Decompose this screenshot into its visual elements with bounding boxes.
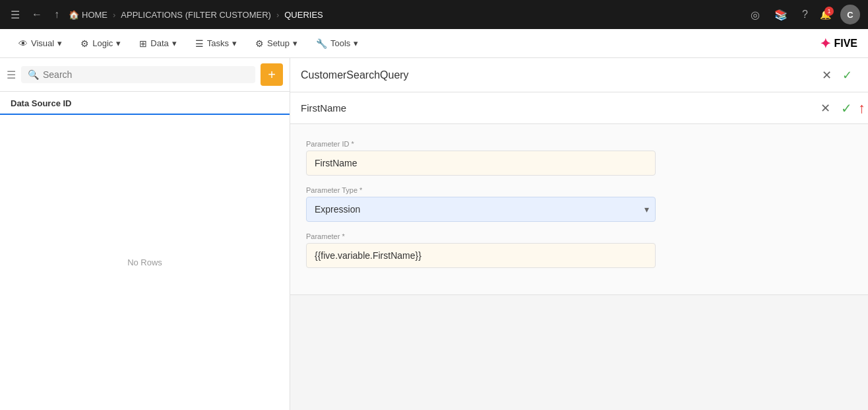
five-logo-icon: ✦ (820, 36, 831, 51)
breadcrumb-home[interactable]: 🏠 HOME (69, 10, 108, 20)
no-rows-message: No Rows (0, 115, 290, 410)
menu-tools-label: Tools (330, 38, 350, 48)
data-chevron-icon: ▾ (172, 38, 177, 48)
back-icon[interactable]: ← (29, 6, 45, 23)
sub-panel-header: FirstName ✕ ✓ ↑ (290, 92, 868, 124)
tools-icon: 🔧 (316, 38, 327, 49)
menu-tasks[interactable]: ☰ Tasks ▾ (187, 34, 245, 53)
visual-chevron-icon: ▾ (57, 38, 62, 48)
search-icon: 🔍 (28, 69, 39, 80)
notification-badge: 1 (824, 7, 834, 16)
parameter-id-input[interactable] (306, 151, 656, 176)
up-icon[interactable]: ↑ (51, 6, 62, 23)
visual-icon: 👁 (18, 38, 28, 49)
panel-confirm-button[interactable]: ✓ (837, 65, 857, 85)
sidebar-header: Data Source ID (0, 92, 290, 115)
sub-panel: FirstName ✕ ✓ ↑ Parameter ID * (290, 92, 868, 295)
breadcrumb-app-label[interactable]: APPLICATIONS (FILTER CUSTOMER) (121, 10, 271, 20)
parameter-label: Parameter * (306, 232, 852, 240)
parameter-input[interactable] (306, 243, 656, 268)
avatar[interactable]: C (840, 5, 860, 24)
parameter-label-text: Parameter * (306, 232, 345, 240)
tasks-icon: ☰ (195, 38, 204, 49)
logic-chevron-icon: ▾ (116, 38, 121, 48)
five-logo-text: FIVE (834, 38, 857, 50)
tasks-chevron-icon: ▾ (232, 38, 237, 48)
menu-data[interactable]: ⊞ Data ▾ (131, 34, 184, 53)
setup-chevron-icon: ▾ (293, 38, 297, 48)
parameter-field: Parameter * (306, 232, 852, 268)
activity-icon[interactable]: ◎ (748, 6, 762, 24)
breadcrumb-sep-2: › (276, 10, 279, 20)
panel-header: CustomerSearchQuery ✕ ✓ (290, 58, 868, 92)
menu-tools[interactable]: 🔧 Tools ▾ (308, 34, 366, 53)
parameter-type-select-wrap: Expression Literal Variable ▾ (306, 197, 656, 222)
search-input-wrap: 🔍 (21, 66, 255, 83)
filter-icon: ☰ (7, 69, 16, 81)
breadcrumb-queries-label: QUERIES (284, 10, 323, 20)
panel-close-button[interactable]: ✕ (817, 65, 837, 85)
books-icon[interactable]: 📚 (772, 6, 790, 24)
menu-visual[interactable]: 👁 Visual ▾ (11, 34, 70, 53)
sub-panel-close-button[interactable]: ✕ (815, 98, 836, 118)
search-bar: ☰ 🔍 + (0, 58, 290, 92)
home-icon: 🏠 (69, 10, 79, 20)
add-button[interactable]: + (261, 63, 283, 86)
search-input[interactable] (43, 69, 249, 80)
sidebar-header-label: Data Source ID (11, 98, 71, 108)
logic-icon: ⚙ (80, 38, 89, 49)
parameter-id-label: Parameter ID * (306, 140, 852, 148)
tools-chevron-icon: ▾ (354, 38, 358, 48)
sidebar: ☰ 🔍 + Data Source ID No Rows (0, 58, 290, 410)
sub-panel-title: FirstName (301, 102, 815, 114)
panel-title: CustomerSearchQuery (301, 69, 817, 81)
menu-tasks-label: Tasks (207, 38, 229, 48)
parameter-id-label-text: Parameter ID * (306, 140, 354, 148)
parameter-id-field: Parameter ID * (306, 140, 852, 176)
menu-setup-label: Setup (267, 38, 290, 48)
menu-logic[interactable]: ⚙ Logic ▾ (73, 34, 129, 53)
menu-logic-label: Logic (92, 38, 113, 48)
parameter-type-label-text: Parameter Type * (306, 186, 362, 194)
help-icon[interactable]: ? (799, 6, 811, 23)
top-nav-right: ◎ 📚 ? 🔔 1 C (748, 5, 860, 24)
menu-data-label: Data (150, 38, 168, 48)
content-panel: CustomerSearchQuery ✕ ✓ FirstName ✕ ✓ ↑ … (290, 58, 868, 410)
empty-label: No Rows (127, 257, 162, 267)
form-content: Parameter ID * Parameter Type * Expressi… (290, 124, 868, 294)
menu-setup[interactable]: ⚙ Setup ▾ (247, 34, 305, 53)
breadcrumb-sep-1: › (113, 10, 115, 20)
five-logo: ✦ FIVE (820, 36, 857, 51)
breadcrumb: 🏠 HOME › APPLICATIONS (FILTER CUSTOMER) … (69, 10, 323, 20)
parameter-type-label: Parameter Type * (306, 186, 852, 194)
main-layout: ☰ 🔍 + Data Source ID No Rows CustomerSea… (0, 58, 868, 410)
sub-panel-confirm-button[interactable]: ✓ (836, 98, 857, 119)
breadcrumb-home-label: HOME (82, 10, 108, 20)
top-nav: ☰ ← ↑ 🏠 HOME › APPLICATIONS (FILTER CUST… (0, 0, 868, 29)
menu-visual-label: Visual (31, 38, 54, 48)
menu-bar: 👁 Visual ▾ ⚙ Logic ▾ ⊞ Data ▾ ☰ Tasks ▾ … (0, 29, 868, 58)
menu-icon[interactable]: ☰ (8, 6, 22, 24)
parameter-type-select[interactable]: Expression Literal Variable (306, 197, 656, 222)
data-icon: ⊞ (139, 38, 147, 49)
notification-icon[interactable]: 🔔 1 (820, 9, 831, 20)
parameter-type-field: Parameter Type * Expression Literal Vari… (306, 186, 852, 222)
red-arrow-indicator: ↑ (858, 100, 865, 117)
setup-icon: ⚙ (255, 38, 264, 49)
